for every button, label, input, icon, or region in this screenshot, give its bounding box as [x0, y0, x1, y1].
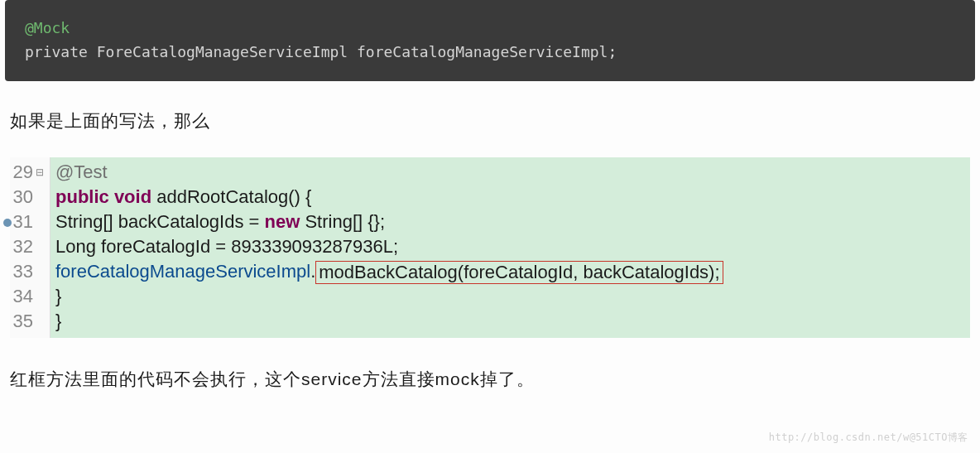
- code-line: @Test: [55, 161, 965, 186]
- watermark: http://blog.csdn.net/w@51CTO博客: [769, 431, 968, 445]
- line-number: 29: [10, 160, 33, 186]
- ide-code-block: 29⊟ 30 31 32 33 34 35 @Test public void …: [10, 157, 970, 338]
- method-sig: addRootCatalog() {: [151, 185, 311, 210]
- gutter-row: 29⊟: [10, 161, 46, 186]
- code-line: public void addRootCatalog() {: [55, 186, 965, 210]
- code-line: foreCatalogManageServiceImpl.modBackCata…: [55, 260, 965, 285]
- code-text: String[] {};: [300, 210, 385, 235]
- code-line: }: [55, 285, 965, 310]
- annotation-text: @Mock: [25, 19, 70, 36]
- brace: }: [55, 284, 61, 310]
- var-name: foreCatalogManageServiceImpl;: [357, 43, 617, 60]
- code-area: @Test public void addRootCatalog() { Str…: [50, 157, 970, 338]
- fold-icon[interactable]: ⊟: [35, 166, 45, 180]
- dark-code-block: @Mock private ForeCatalogManageServiceIm…: [5, 0, 975, 81]
- line-number: 33: [10, 259, 33, 285]
- line-number: 34: [10, 284, 33, 310]
- keyword: public void: [55, 185, 151, 210]
- variable-ref: foreCatalogManageServiceImpl: [55, 259, 310, 285]
- gutter: 29⊟ 30 31 32 33 34 35: [10, 157, 50, 338]
- gutter-row: 32: [10, 235, 46, 260]
- annotation: @Test: [55, 160, 108, 186]
- code-line-1: @Mock: [25, 17, 955, 41]
- paragraph-1: 如果是上面的写法，那么: [0, 81, 980, 157]
- code-line: Long foreCatalogId = 893339093287936L;: [55, 235, 965, 260]
- gutter-row: 33: [10, 260, 46, 285]
- line-number: 35: [10, 309, 33, 335]
- keyword: private: [25, 43, 88, 60]
- line-number: 32: [10, 234, 33, 260]
- code-line: }: [55, 310, 965, 335]
- gutter-row-breakpoint[interactable]: 31: [10, 210, 46, 235]
- code-line-2: private ForeCatalogManageServiceImpl for…: [25, 41, 955, 65]
- gutter-row: 35: [10, 310, 46, 335]
- keyword: new: [265, 210, 300, 235]
- line-number: 31: [10, 210, 33, 235]
- brace: }: [55, 309, 61, 335]
- highlighted-method-call: modBackCatalog(foreCatalogId, backCatalo…: [315, 261, 723, 284]
- gutter-row: 30: [10, 186, 46, 210]
- type-name: ForeCatalogManageServiceImpl: [97, 43, 348, 60]
- code-text: Long foreCatalogId = 893339093287936L;: [55, 234, 398, 260]
- gutter-row: 34: [10, 285, 46, 310]
- code-text: String[] backCatalogIds =: [55, 210, 265, 235]
- code-line: String[] backCatalogIds = new String[] {…: [55, 210, 965, 235]
- paragraph-2: 红框方法里面的代码不会执行，这个service方法直接mock掉了。: [0, 338, 980, 391]
- line-number: 30: [10, 185, 33, 210]
